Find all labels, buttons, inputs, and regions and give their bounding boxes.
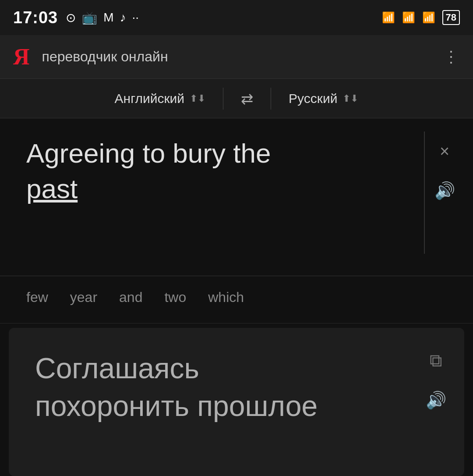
browser-bar: Я переводчик онлайн ⋮ — [0, 35, 473, 79]
status-bar: 17:03 ⊙ 📺 M ♪ ·· 📶 📶 📶 78 — [0, 0, 473, 35]
input-actions: × 🔊 — [429, 136, 460, 206]
swap-languages-button[interactable]: ⇄ — [223, 85, 271, 112]
output-area: Соглашаясь похоронить прошлое ⧉ 🔊 — [9, 328, 464, 476]
status-left: 17:03 ⊙ 📺 M ♪ ·· — [13, 8, 139, 27]
output-text-line1: Соглашаясь — [35, 352, 199, 384]
signal-icon-1: 📶 — [382, 11, 395, 24]
status-time: 17:03 — [13, 8, 58, 27]
status-icons: ⊙ 📺 M ♪ ·· — [66, 11, 139, 25]
target-language-button[interactable]: Русский ⬆⬇ — [271, 87, 376, 110]
language-selector: Английский ⬆⬇ ⇄ Русский ⬆⬇ — [0, 79, 473, 118]
source-language-button[interactable]: Английский ⬆⬇ — [97, 87, 223, 110]
gmail-icon: M — [103, 11, 113, 25]
input-text: Agreeing to bury the past — [26, 136, 385, 206]
output-speaker-icon: 🔊 — [426, 391, 446, 410]
battery-indicator: 78 — [442, 10, 460, 25]
yandex-logo: Я — [13, 44, 30, 70]
clear-button[interactable]: × — [429, 136, 460, 167]
input-text-line1: Agreeing to bury the — [26, 138, 271, 168]
input-area[interactable]: Agreeing to bury the past × 🔊 — [0, 118, 473, 276]
suggestions-bar: few year and two which — [0, 276, 473, 323]
tiktok-icon: ♪ — [120, 11, 126, 25]
output-text: Соглашаясь похоронить прошлое — [35, 350, 385, 425]
output-speaker-button[interactable]: 🔊 — [420, 385, 451, 416]
browser-menu-icon[interactable]: ⋮ — [443, 48, 460, 66]
suggestion-which[interactable]: which — [208, 285, 244, 310]
dots-icon: ·· — [132, 11, 139, 25]
suggestion-two[interactable]: two — [164, 285, 186, 310]
suggestion-and[interactable]: and — [119, 285, 142, 310]
input-speaker-icon: 🔊 — [434, 181, 455, 200]
twitch-icon: 📺 — [82, 11, 97, 25]
source-language-arrows: ⬆⬇ — [190, 93, 205, 104]
alarm-icon: ⊙ — [66, 11, 76, 25]
target-language-arrows: ⬆⬇ — [342, 93, 358, 104]
vertical-divider — [424, 131, 425, 254]
signal-icon-2: 📶 — [402, 11, 415, 24]
translator-app: Английский ⬆⬇ ⇄ Русский ⬆⬇ Agreeing to b… — [0, 79, 473, 476]
source-language-label: Английский — [115, 91, 185, 106]
suggestion-few[interactable]: few — [26, 285, 48, 310]
output-text-line2: похоронить прошлое — [35, 390, 318, 422]
status-right: 📶 📶 📶 78 — [382, 10, 460, 25]
browser-url[interactable]: переводчик онлайн — [42, 49, 443, 65]
target-language-label: Русский — [289, 91, 337, 106]
input-speaker-button[interactable]: 🔊 — [429, 175, 460, 206]
copy-icon: ⧉ — [430, 351, 442, 371]
copy-button[interactable]: ⧉ — [420, 345, 451, 376]
clear-icon: × — [440, 142, 449, 161]
suggestion-year[interactable]: year — [70, 285, 97, 310]
output-actions: ⧉ 🔊 — [420, 345, 451, 416]
wifi-icon: 📶 — [422, 11, 435, 24]
input-text-line2: past — [26, 174, 78, 204]
swap-icon: ⇄ — [241, 90, 253, 107]
